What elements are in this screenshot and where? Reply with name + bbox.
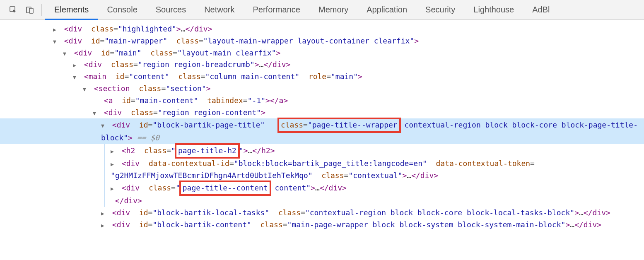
tag-name: div xyxy=(117,120,130,129)
dom-node[interactable]: <div id="block-bartik-local-tasks" class… xyxy=(0,207,644,219)
tag-name: h2 xyxy=(126,146,135,155)
expand-toggle-icon[interactable] xyxy=(53,26,59,34)
tab-label: Network xyxy=(204,5,234,14)
expand-toggle-icon[interactable] xyxy=(111,185,116,193)
tag-name: div xyxy=(109,108,122,117)
tab-label: Performance xyxy=(253,5,301,14)
dom-node[interactable]: <div data-contextual-id="block:block=bar… xyxy=(111,158,644,182)
attr-name: class xyxy=(281,120,303,129)
attr-name: class xyxy=(144,146,166,155)
toolbar-divider xyxy=(41,4,42,16)
tab-label: Security xyxy=(425,5,455,14)
tab-performance[interactable]: Performance xyxy=(244,0,310,19)
elements-panel[interactable]: ••• <div class="highlighted">…</div> <di… xyxy=(0,20,644,248)
expand-toggle-icon[interactable] xyxy=(63,50,69,58)
tag-name: div xyxy=(593,208,606,217)
highlight-box: class="page-title--wrapper xyxy=(277,118,401,133)
tab-sources[interactable]: Sources xyxy=(147,0,195,19)
tab-label: Sources xyxy=(156,5,186,14)
tab-label: Application xyxy=(367,5,407,14)
tag-name: div xyxy=(584,220,597,229)
expand-toggle-icon[interactable] xyxy=(101,122,107,130)
dom-node[interactable]: <div id="main" class="layout-main clearf… xyxy=(0,47,644,59)
dom-node[interactable]: <a id="main-content" tabindex="-1"></a> xyxy=(0,95,644,107)
tab-label: AdBl xyxy=(532,5,550,14)
dom-node[interactable]: <section class="section"> xyxy=(0,83,644,95)
tab-network[interactable]: Network xyxy=(195,0,244,19)
tab-elements[interactable]: Elements xyxy=(45,0,98,19)
tag-name: a xyxy=(109,96,113,105)
tag-name: div xyxy=(126,183,140,192)
expand-toggle-icon[interactable] xyxy=(101,221,107,230)
selected-marker: == $0 xyxy=(137,133,159,142)
tag-name: div xyxy=(329,183,343,192)
dom-children-group: <h2 class="page-title-h2">…</h2> <div da… xyxy=(104,144,644,207)
tag-name: div xyxy=(117,208,130,217)
tag-name: h2 xyxy=(261,146,270,155)
tag-name: div xyxy=(69,36,82,45)
tab-label: Memory xyxy=(318,5,348,14)
dom-node[interactable]: <div id="block-bartik-content" class="ma… xyxy=(0,219,644,231)
tab-label: Console xyxy=(107,5,137,14)
tab-label: Elements xyxy=(54,5,89,14)
tab-label: Lighthouse xyxy=(473,5,514,14)
expand-toggle-icon[interactable] xyxy=(83,85,89,94)
expand-toggle-icon[interactable] xyxy=(53,38,59,46)
dom-node-selected[interactable]: <div id="block-bartik-page-title" class=… xyxy=(0,118,644,144)
devtools-toolbar: Elements Console Sources Network Perform… xyxy=(0,0,644,20)
tag-name: div xyxy=(89,60,102,69)
expand-toggle-icon[interactable] xyxy=(101,209,107,218)
tag-name: div xyxy=(79,48,92,57)
expand-toggle-icon[interactable] xyxy=(73,61,79,70)
expand-toggle-icon[interactable] xyxy=(73,73,79,82)
tag-name: section xyxy=(99,84,130,93)
tab-adblock[interactable]: AdBl xyxy=(523,0,559,19)
expand-toggle-icon[interactable] xyxy=(111,160,116,169)
device-toggle-icon[interactable] xyxy=(22,0,38,19)
tag-name: div xyxy=(420,171,434,180)
highlight-box: page-title-h2 xyxy=(175,143,240,159)
attr-name: class xyxy=(149,183,171,192)
dom-node[interactable]: <main id="content" class="column main-co… xyxy=(0,71,644,83)
dom-node[interactable]: <div class="highlighted">…</div> xyxy=(0,23,644,35)
tag-name: div xyxy=(117,220,130,229)
tag-name: div xyxy=(124,196,138,205)
attr-value: page-title-h2 xyxy=(178,146,236,155)
tag-name: a xyxy=(279,96,284,105)
tab-lighthouse[interactable]: Lighthouse xyxy=(464,0,523,19)
dom-node[interactable]: <div class="region region-breadcrumb">…<… xyxy=(0,59,644,71)
expand-toggle-icon[interactable] xyxy=(93,109,99,118)
inspect-icon[interactable] xyxy=(5,0,22,19)
tab-security[interactable]: Security xyxy=(416,0,464,19)
tab-memory[interactable]: Memory xyxy=(309,0,357,19)
attr-value: page-title--wrapper xyxy=(312,120,398,129)
svg-rect-2 xyxy=(29,8,33,13)
tag-name: div xyxy=(69,24,82,33)
tab-console[interactable]: Console xyxy=(98,0,146,19)
dom-node[interactable]: <div class="page-title--content content"… xyxy=(111,181,644,195)
dom-node[interactable]: <h2 class="page-title-h2">…</h2> xyxy=(111,144,644,158)
tag-name: div xyxy=(273,60,286,69)
tag-name: div xyxy=(126,159,140,168)
attr-value: page-title--content xyxy=(183,183,268,192)
tab-application[interactable]: Application xyxy=(357,0,416,19)
tag-name: div xyxy=(194,24,208,33)
highlight-box: page-title--content xyxy=(179,181,271,196)
tag-name: main xyxy=(89,72,106,81)
dom-node[interactable]: <div id="main-wrapper" class="layout-mai… xyxy=(0,35,644,47)
dom-node[interactable]: <div class="region region-content"> xyxy=(0,107,644,119)
expand-toggle-icon[interactable] xyxy=(111,147,116,156)
attr-value: content" xyxy=(270,183,311,192)
dom-node-close[interactable]: </div> xyxy=(104,195,644,207)
